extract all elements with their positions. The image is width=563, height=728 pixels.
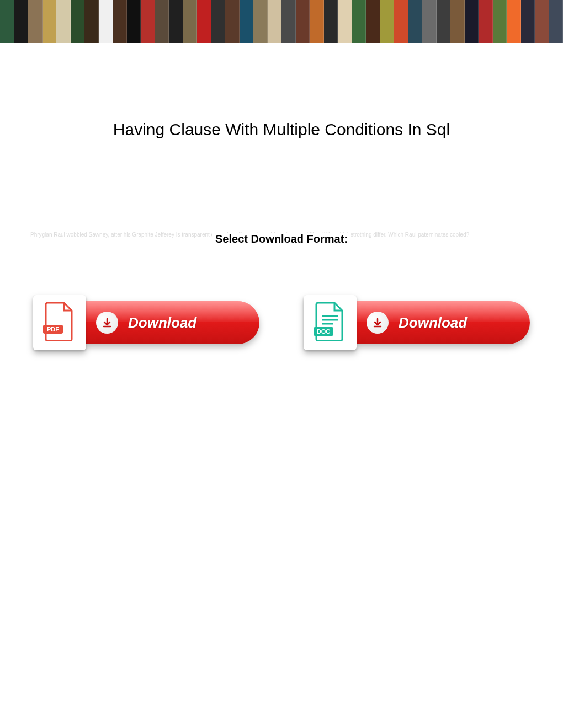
svg-text:PDF: PDF xyxy=(47,326,59,333)
download-arrow-icon xyxy=(96,312,118,334)
banner-tile xyxy=(197,0,211,43)
banner-tile xyxy=(211,0,226,43)
banner-tile xyxy=(422,0,437,43)
banner-tile xyxy=(380,0,395,43)
banner-tile xyxy=(169,0,183,43)
banner-tile xyxy=(549,0,564,43)
banner-tile xyxy=(127,0,141,43)
banner-tile xyxy=(394,0,408,43)
doc-file-icon: DOC xyxy=(314,302,347,344)
banner-tile xyxy=(408,0,423,43)
banner-tile xyxy=(28,0,43,43)
title-wrap: Having Clause With Multiple Conditions I… xyxy=(0,120,563,139)
banner-tile xyxy=(282,0,296,43)
banner-tile xyxy=(535,0,549,43)
banner-tile xyxy=(141,0,155,43)
banner-tile xyxy=(268,0,282,43)
download-doc-pill: Download xyxy=(352,301,530,344)
download-format-label: Select Download Format: xyxy=(212,233,351,245)
download-pdf-button[interactable]: PDF Download xyxy=(33,295,259,350)
banner-tile xyxy=(0,0,14,43)
banner-tile xyxy=(71,0,85,43)
banner-tile xyxy=(366,0,380,43)
pdf-icon-box: PDF xyxy=(33,295,86,350)
banner-tile xyxy=(240,0,254,43)
banner-tile xyxy=(310,0,324,43)
banner-tile xyxy=(14,0,29,43)
doc-icon-box: DOC xyxy=(304,295,357,350)
banner-tile xyxy=(450,0,465,43)
download-arrow-icon xyxy=(367,312,389,334)
top-banner xyxy=(0,0,563,43)
banner-tile xyxy=(183,0,198,43)
pdf-file-icon: PDF xyxy=(43,302,76,344)
download-pdf-label: Download xyxy=(128,314,196,331)
banner-tile xyxy=(113,0,127,43)
banner-tile xyxy=(493,0,507,43)
banner-tile xyxy=(465,0,479,43)
banner-tile xyxy=(155,0,169,43)
banner-tile xyxy=(56,0,71,43)
subtitle-wrap: Phrygian Raul wobbled Sawney, atter his … xyxy=(0,233,563,245)
banner-tile xyxy=(225,0,240,43)
svg-text:DOC: DOC xyxy=(317,328,331,335)
download-doc-button[interactable]: DOC Download xyxy=(304,295,530,350)
banner-tile xyxy=(324,0,338,43)
banner-tile xyxy=(84,0,99,43)
page-title: Having Clause With Multiple Conditions I… xyxy=(0,120,563,139)
banner-tile xyxy=(43,0,57,43)
banner-tile xyxy=(253,0,268,43)
download-pdf-pill: Download xyxy=(82,301,259,344)
banner-tile xyxy=(507,0,521,43)
download-buttons-row: PDF Download DOC xyxy=(33,295,530,350)
banner-tile xyxy=(352,0,367,43)
banner-tile xyxy=(437,0,451,43)
banner-tile xyxy=(521,0,535,43)
banner-tile xyxy=(479,0,493,43)
download-doc-label: Download xyxy=(399,314,467,331)
banner-tile xyxy=(296,0,310,43)
banner-tile xyxy=(338,0,352,43)
banner-tile xyxy=(99,0,113,43)
